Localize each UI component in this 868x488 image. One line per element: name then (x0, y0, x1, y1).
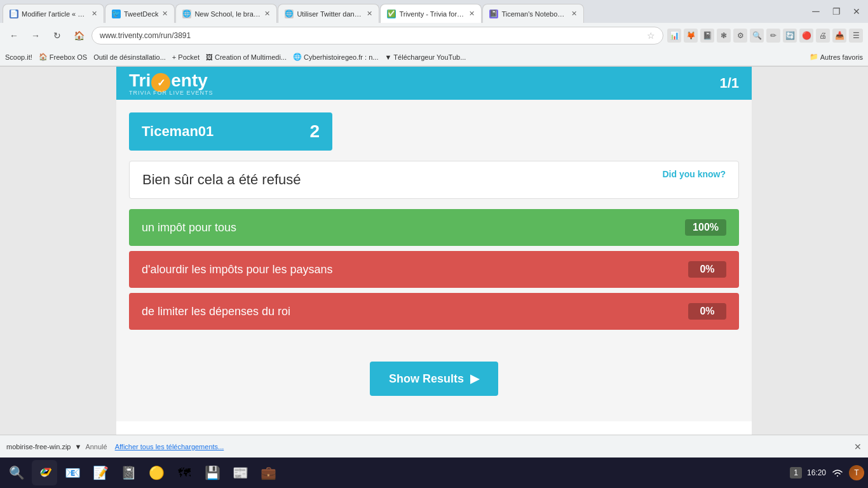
browser-chrome: 📄 Modifier l'article « Le prop... ✕ 🐦 Tw… (0, 0, 868, 67)
answer-percent-1: 100% (685, 219, 726, 236)
tab-3-icon: 🌐 (182, 10, 191, 18)
taskbar-chrome-icon[interactable] (32, 460, 57, 485)
answer-option-3[interactable]: de limiter les dépenses du roi 0% (129, 293, 739, 330)
tab-3-label: New School, le bracelet él... (194, 10, 261, 18)
close-download-icon[interactable]: ✕ (854, 442, 862, 452)
extension-icon-12[interactable]: ☰ (849, 29, 863, 43)
minimize-button[interactable]: ─ (807, 3, 825, 20)
show-results-button[interactable]: Show Results ▶ (370, 362, 498, 396)
taskbar-files-icon[interactable]: 💼 (255, 460, 281, 485)
bookmark-cyber-icon: 🌐 (293, 53, 302, 61)
download-arrow-icon[interactable]: ▼ (74, 443, 81, 451)
answer-option-1[interactable]: un impôt pour tous 100% (129, 209, 739, 246)
tab-1[interactable]: 📄 Modifier l'article « Le prop... ✕ (3, 4, 104, 23)
tab-3-close[interactable]: ✕ (264, 10, 270, 18)
user-score: 2 (309, 121, 320, 142)
back-button[interactable]: ← (5, 27, 23, 44)
bookmark-star-icon[interactable]: ☆ (647, 30, 655, 41)
extension-icon-7[interactable]: ✏ (766, 29, 780, 43)
bookmark-freebox-text: Freebox OS (50, 53, 87, 61)
user-score-bar: Ticeman01 2 (129, 112, 332, 151)
download-filename: mobirise-free-win.zip (6, 443, 71, 451)
reload-button[interactable]: ↻ (48, 27, 66, 44)
extension-icon-11[interactable]: 📥 (832, 29, 846, 43)
bookmark-others[interactable]: 📁 Autres favoris (810, 53, 863, 61)
bookmark-youtube-label: Téléchargeur YouTub... (393, 53, 466, 61)
tab-6-icon: 📓 (489, 10, 498, 18)
user-name: Ticeman01 (142, 123, 214, 140)
taskbar-search-icon[interactable]: 🔍 (4, 460, 29, 485)
tab-1-close[interactable]: ✕ (92, 10, 97, 18)
bookmark-creation[interactable]: 🖼 Creation of Multimedi... (206, 53, 287, 61)
bookmark-cyber[interactable]: 🌐 Cyberhistoiregeo.fr : n... (293, 53, 378, 61)
taskbar-maps-icon[interactable]: 🗺 (172, 460, 197, 485)
extension-icon-4[interactable]: ❃ (717, 29, 731, 43)
close-button[interactable]: ✕ (848, 3, 865, 20)
bookmark-freebox[interactable]: 🏠 Freebox OS (39, 53, 87, 61)
quiz-area: Ticeman01 2 Did you know? Bien sûr cela … (116, 100, 752, 421)
url-bar[interactable]: www.triventy.com/run/3891 ☆ (92, 27, 663, 44)
download-status: Annulé (85, 443, 107, 451)
bookmark-youtube-icon: ▼ (384, 53, 391, 61)
user-avatar: T (849, 465, 864, 480)
tab-2[interactable]: 🐦 TweetDeck ✕ (105, 4, 175, 23)
bookmark-outil[interactable]: Outil de désinstallatio... (93, 53, 166, 61)
taskbar-clock: 16:20 (807, 468, 826, 477)
answer-option-2[interactable]: d'alourdir les impôts pour les paysans 0… (129, 251, 739, 288)
tab-5-close[interactable]: ✕ (469, 10, 475, 18)
download-item: mobirise-free-win.zip ▼ Annulé (6, 443, 107, 451)
extension-icon-8[interactable]: 🔄 (783, 29, 797, 43)
extension-icon-5[interactable]: ⚙ (733, 29, 747, 43)
show-results-arrow-icon: ▶ (470, 372, 479, 386)
extension-icon-10[interactable]: 🖨 (816, 29, 830, 43)
bookmark-pocket-label: + Pocket (172, 53, 200, 61)
bookmark-cyber-label: Cyberhistoiregeo.fr : n... (304, 53, 378, 61)
triventy-logo: Tri ✓ enty TRIVIA FOR LIVE EVENTS (129, 71, 214, 97)
chrome-svg (37, 466, 51, 480)
triventy-header: Tri ✓ enty TRIVIA FOR LIVE EVENTS 1/1 (116, 67, 752, 100)
taskbar-drive-icon[interactable]: 💾 (200, 460, 225, 485)
taskbar-feedly-icon[interactable]: 📰 (227, 460, 253, 485)
taskbar-mail-icon[interactable]: 📧 (60, 460, 85, 485)
show-all-downloads-link[interactable]: Afficher tous les téléchargements... (115, 443, 224, 451)
taskbar-right: 1 16:20 T (790, 465, 864, 480)
tab-1-icon: 📄 (10, 10, 18, 18)
url-text: www.triventy.com/run/3891 (100, 31, 647, 40)
wifi-icon (831, 466, 844, 479)
extension-icon-1[interactable]: 📊 (667, 29, 681, 43)
bookmark-scoop[interactable]: Scoop.it! (5, 53, 32, 61)
bookmark-creation-icon: 🖼 (206, 53, 213, 61)
taskbar-docs-icon[interactable]: 📝 (88, 460, 113, 485)
extension-icon-9[interactable]: 🔴 (799, 29, 813, 43)
tab-6[interactable]: 📓 Ticeman's Notebook - Mic... ✕ (482, 4, 584, 23)
answer-percent-2: 0% (688, 261, 726, 278)
taskbar-keep-icon[interactable]: 🟡 (144, 460, 169, 485)
tab-6-close[interactable]: ✕ (571, 10, 577, 18)
restore-button[interactable]: ❐ (827, 3, 845, 20)
page-content: Tri ✓ enty TRIVIA FOR LIVE EVENTS 1/1 Ti… (116, 67, 752, 435)
tab-1-label: Modifier l'article « Le prop... (22, 10, 88, 18)
tab-5[interactable]: ✅ Triventy - Trivia for Live Ev... ✕ (380, 4, 482, 23)
extension-icon-3[interactable]: 📓 (700, 29, 714, 43)
bookmark-outil-label: Outil de désinstallatio... (93, 53, 166, 61)
tab-3[interactable]: 🌐 New School, le bracelet él... ✕ (175, 4, 277, 23)
did-you-know-label: Did you know? (662, 169, 726, 179)
download-bar: mobirise-free-win.zip ▼ Annulé Afficher … (0, 435, 868, 458)
taskbar-onenote-icon[interactable]: 📓 (116, 460, 141, 485)
extension-icon-2[interactable]: 🦊 (684, 29, 698, 43)
extension-icon-6[interactable]: 🔍 (750, 29, 764, 43)
bookmark-youtube[interactable]: ▼ Téléchargeur YouTub... (384, 53, 466, 61)
bookmark-pocket[interactable]: + Pocket (172, 53, 200, 61)
tab-4[interactable]: 🌐 Utiliser Twitter dans un co... ✕ (278, 4, 379, 23)
tab-4-close[interactable]: ✕ (367, 10, 372, 18)
bookmark-creation-label: Creation of Multimedi... (215, 53, 287, 61)
show-results-section: Show Results ▶ (129, 342, 739, 409)
tab-2-label: TweetDeck (124, 10, 158, 18)
home-button[interactable]: 🏠 (70, 27, 88, 44)
tab-4-icon: 🌐 (285, 10, 294, 18)
tab-2-icon: 🐦 (112, 10, 121, 18)
forward-button[interactable]: → (27, 27, 44, 44)
triventy-tagline: TRIVIA FOR LIVE EVENTS (129, 90, 214, 96)
tab-2-close[interactable]: ✕ (162, 10, 168, 18)
page-wrapper: Tri ✓ enty TRIVIA FOR LIVE EVENTS 1/1 Ti… (0, 67, 868, 435)
